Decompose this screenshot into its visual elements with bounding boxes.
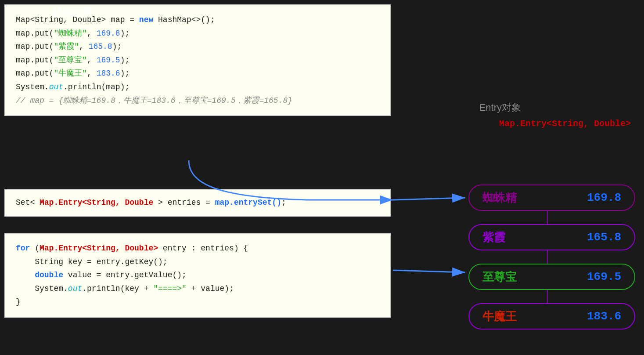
code-line-middle-1: Set< Map.Entry<String, Double > entries …	[16, 196, 379, 210]
code-line-bottom-1: for (Map.Entry<String, Double> entry : e…	[16, 242, 379, 255]
code-line-4: map.put("至尊宝", 169.5);	[16, 54, 379, 67]
code-line-bottom-3: double value = entry.getValue();	[16, 268, 379, 282]
code-line-3: map.put("紫霞", 165.8);	[16, 40, 379, 54]
oval-4-val: 183.6	[587, 310, 621, 323]
code-block-bottom: for (Map.Entry<String, Double> entry : e…	[4, 233, 391, 318]
code-line-2: map.put("蜘蛛精", 169.8);	[16, 27, 379, 40]
page-title: 代码示例	[53, 5, 91, 18]
oval-2-val: 165.8	[587, 231, 621, 244]
entry-type: Map.Entry<String, Double>	[499, 119, 631, 129]
oval-1-key: 蜘蛛精	[482, 190, 517, 206]
arrow-middle-to-oval1	[393, 198, 465, 200]
code-line-bottom-5: }	[16, 295, 379, 309]
arrow-for-to-ovals	[393, 270, 465, 272]
oval-1: 蜘蛛精 169.8	[468, 185, 635, 211]
oval-3-val: 169.5	[587, 270, 621, 283]
oval-4: 牛魔王 183.6	[468, 303, 635, 330]
oval-3-key: 至尊宝	[482, 269, 517, 285]
oval-3: 至尊宝 169.5	[468, 264, 635, 290]
oval-2: 紫霞 165.8	[468, 224, 635, 250]
code-line-bottom-4: System.out.println(key + "====>" + value…	[16, 282, 379, 296]
oval-2-key: 紫霞	[482, 230, 505, 245]
entry-label: Entry对象	[479, 101, 521, 114]
code-block-middle: Set< Map.Entry<String, Double > entries …	[4, 189, 391, 217]
code-line-7: // map = {蜘蛛精=169.8，牛魔王=183.6，至尊宝=169.5，…	[16, 94, 379, 108]
oval-1-val: 169.8	[587, 191, 621, 204]
code-line-bottom-2: String key = entry.getKey();	[16, 255, 379, 269]
code-line-6: System.out.println(map);	[16, 80, 379, 94]
code-block-top: Map<String, Double> map = new HashMap<>(…	[4, 4, 391, 116]
oval-4-key: 牛魔王	[482, 309, 517, 324]
code-line-5: map.put("牛魔王", 183.6);	[16, 67, 379, 80]
